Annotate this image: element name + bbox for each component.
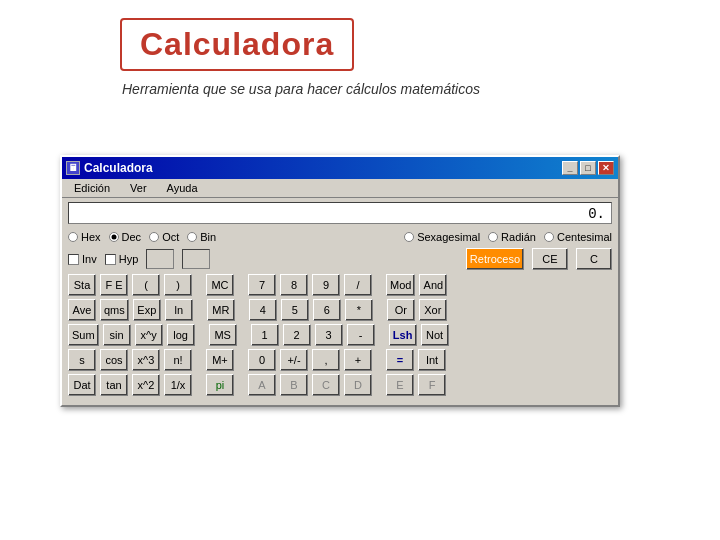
a-button[interactable]: A (248, 374, 276, 396)
checkbox-inv-label: Inv (82, 253, 97, 265)
ln-button[interactable]: ln (165, 299, 193, 321)
add-button[interactable]: + (344, 349, 372, 371)
title-bar-buttons: _ □ ✕ (562, 161, 614, 175)
window-title: Calculadora (84, 161, 153, 175)
title-bar: 🖩 Calculadora _ □ ✕ (62, 157, 618, 179)
radio-bin[interactable]: Bin (187, 231, 216, 243)
3-button[interactable]: 3 (315, 324, 343, 346)
qms-button[interactable]: qms (100, 299, 129, 321)
checkbox-hyp-label: Hyp (119, 253, 139, 265)
menu-bar: Edición Ver Ayuda (62, 179, 618, 198)
5-button[interactable]: 5 (281, 299, 309, 321)
int-button[interactable]: Int (418, 349, 446, 371)
checkbox-inv-input[interactable] (68, 254, 79, 265)
dat-button[interactable]: Dat (68, 374, 96, 396)
paren-close-button[interactable]: ) (164, 274, 192, 296)
mod-button[interactable]: Mod (386, 274, 415, 296)
7-button[interactable]: 7 (248, 274, 276, 296)
factorial-button[interactable]: n! (164, 349, 192, 371)
xpowy-button[interactable]: x^y (135, 324, 163, 346)
menu-edicion[interactable]: Edición (70, 181, 114, 195)
c-button[interactable]: C (576, 248, 612, 270)
9-button[interactable]: 9 (312, 274, 340, 296)
mc-button[interactable]: MC (206, 274, 234, 296)
radio-radian-input[interactable] (488, 232, 498, 242)
radio-dec[interactable]: Dec (109, 231, 142, 243)
menu-ver[interactable]: Ver (126, 181, 151, 195)
8-button[interactable]: 8 (280, 274, 308, 296)
mplus-button[interactable]: M+ (206, 349, 234, 371)
and-button[interactable]: And (419, 274, 447, 296)
page-title-area: Calculadora Herramienta que se usa para … (120, 18, 480, 97)
or-button[interactable]: Or (387, 299, 415, 321)
xcubed-button[interactable]: x^3 (132, 349, 160, 371)
radio-centesimal-label: Centesimal (557, 231, 612, 243)
log-button[interactable]: log (167, 324, 195, 346)
fe-button[interactable]: F E (100, 274, 128, 296)
0-button[interactable]: 0 (248, 349, 276, 371)
radio-oct[interactable]: Oct (149, 231, 179, 243)
b-button[interactable]: B (280, 374, 308, 396)
extra-display-2 (182, 249, 210, 269)
calculator-window: 🖩 Calculadora _ □ ✕ Edición Ver Ayuda 0.… (60, 155, 620, 407)
radio-sexagesimal[interactable]: Sexagesimal (404, 231, 480, 243)
xor-button[interactable]: Xor (419, 299, 447, 321)
sum-button[interactable]: Sum (68, 324, 99, 346)
btn-row-2: Ave qms Exp ln MR 4 5 6 * Or Xor (68, 299, 612, 321)
radio-hex-label: Hex (81, 231, 101, 243)
equals-button[interactable]: = (386, 349, 414, 371)
retroceso-button[interactable]: Retroceso (466, 248, 524, 270)
radio-oct-input[interactable] (149, 232, 159, 242)
2-button[interactable]: 2 (283, 324, 311, 346)
radio-bin-input[interactable] (187, 232, 197, 242)
close-button[interactable]: ✕ (598, 161, 614, 175)
pi-button[interactable]: pi (206, 374, 234, 396)
btn-row-1: Sta F E ( ) MC 7 8 9 / Mod And (68, 274, 612, 296)
e-button[interactable]: E (386, 374, 414, 396)
f-button[interactable]: F (418, 374, 446, 396)
sta-button[interactable]: Sta (68, 274, 96, 296)
menu-ayuda[interactable]: Ayuda (163, 181, 202, 195)
ms-button[interactable]: MS (209, 324, 237, 346)
ave-button[interactable]: Ave (68, 299, 96, 321)
radio-centesimal[interactable]: Centesimal (544, 231, 612, 243)
radio-sexagesimal-input[interactable] (404, 232, 414, 242)
radio-centesimal-input[interactable] (544, 232, 554, 242)
subtract-button[interactable]: - (347, 324, 375, 346)
comma-button[interactable]: , (312, 349, 340, 371)
divide-button[interactable]: / (344, 274, 372, 296)
s-button[interactable]: s (68, 349, 96, 371)
reciprocal-button[interactable]: 1/x (164, 374, 192, 396)
checkbox-hyp-input[interactable] (105, 254, 116, 265)
sin-button[interactable]: sin (103, 324, 131, 346)
extra-display-1 (146, 249, 174, 269)
radio-hex[interactable]: Hex (68, 231, 101, 243)
ce-button[interactable]: CE (532, 248, 568, 270)
maximize-button[interactable]: □ (580, 161, 596, 175)
radio-oct-label: Oct (162, 231, 179, 243)
checkbox-hyp[interactable]: Hyp (105, 253, 139, 265)
lsh-button[interactable]: Lsh (389, 324, 417, 346)
4-button[interactable]: 4 (249, 299, 277, 321)
xsquared-button[interactable]: x^2 (132, 374, 160, 396)
cos-button[interactable]: cos (100, 349, 128, 371)
1-button[interactable]: 1 (251, 324, 279, 346)
not-button[interactable]: Not (421, 324, 449, 346)
6-button[interactable]: 6 (313, 299, 341, 321)
multiply-button[interactable]: * (345, 299, 373, 321)
radio-radian[interactable]: Radián (488, 231, 536, 243)
title-box: Calculadora (120, 18, 354, 71)
c-hex-button[interactable]: C (312, 374, 340, 396)
radio-dec-input[interactable] (109, 232, 119, 242)
mr-button[interactable]: MR (207, 299, 235, 321)
radio-hex-input[interactable] (68, 232, 78, 242)
exp-button[interactable]: Exp (133, 299, 161, 321)
paren-open-button[interactable]: ( (132, 274, 160, 296)
tan-button[interactable]: tan (100, 374, 128, 396)
page-title: Calculadora (140, 26, 334, 62)
d-button[interactable]: D (344, 374, 372, 396)
plusminus-button[interactable]: +/- (280, 349, 308, 371)
minimize-button[interactable]: _ (562, 161, 578, 175)
checkbox-inv[interactable]: Inv (68, 253, 97, 265)
radio-dec-label: Dec (122, 231, 142, 243)
